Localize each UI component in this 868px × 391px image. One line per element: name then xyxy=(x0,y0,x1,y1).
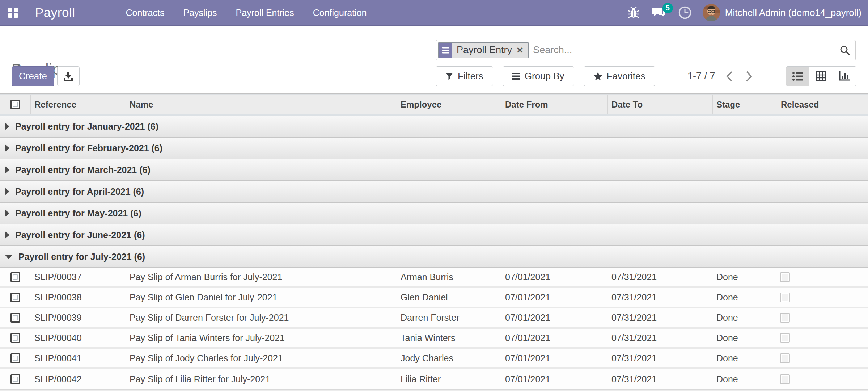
list-bottom-strip xyxy=(0,390,868,391)
menu-item-configuration[interactable]: Configuration xyxy=(304,0,376,25)
cell-released xyxy=(777,288,868,307)
search-input[interactable] xyxy=(529,45,839,56)
row-checkbox[interactable] xyxy=(10,293,20,302)
group-label: Payroll entry for January-2021 (6) xyxy=(15,121,158,132)
group-row[interactable]: Payroll entry for April-2021 (6) xyxy=(0,181,868,203)
group-label: Payroll entry for April-2021 (6) xyxy=(15,186,144,197)
cell-reference: SLIP/00041 xyxy=(31,349,126,367)
apps-menu-icon[interactable] xyxy=(8,7,18,18)
search-icon[interactable] xyxy=(839,45,850,56)
filters-button[interactable]: Filters xyxy=(436,66,493,86)
row-checkbox[interactable] xyxy=(10,272,20,282)
released-checkbox xyxy=(780,293,790,302)
grid-view-icon xyxy=(816,71,826,81)
messages-menu[interactable]: 5 xyxy=(645,0,672,25)
search-facet[interactable]: Payroll Entry ✕ xyxy=(438,42,529,58)
row-checkbox[interactable] xyxy=(10,374,20,384)
cell-reference: SLIP/00038 xyxy=(31,288,126,307)
select-all-checkbox[interactable] xyxy=(10,100,20,109)
group-label: Payroll entry for July-2021 (6) xyxy=(18,252,145,262)
control-panel: Payslips Create xyxy=(0,26,868,93)
column-header-released[interactable]: Released xyxy=(777,95,868,114)
cell-name: Pay Slip of Glen Daniel for July-2021 xyxy=(126,288,397,307)
select-all-cell xyxy=(0,95,31,114)
cell-date-to: 07/31/2021 xyxy=(608,329,713,347)
search-options: Filters Group By Favorites xyxy=(436,66,655,86)
column-header-date-to[interactable]: Date To xyxy=(608,95,713,114)
list-view-icon xyxy=(792,72,803,81)
cell-stage: Done xyxy=(713,369,777,389)
column-header-reference[interactable]: Reference xyxy=(31,95,126,114)
export-button[interactable] xyxy=(57,66,80,86)
cell-released xyxy=(777,308,868,327)
cell-date-from: 07/01/2021 xyxy=(501,369,608,389)
caret-right-icon xyxy=(5,122,9,130)
column-header-employee[interactable]: Employee xyxy=(397,95,501,114)
row-select-cell xyxy=(0,268,31,286)
column-header-stage[interactable]: Stage xyxy=(713,95,777,114)
row-checkbox[interactable] xyxy=(10,313,20,323)
cell-released xyxy=(777,329,868,347)
list-view-button[interactable] xyxy=(786,66,809,86)
table-row[interactable]: SLIP/00039Pay Slip of Darren Forster for… xyxy=(0,308,868,329)
table-row[interactable]: SLIP/00037Pay Slip of Arman Burris for J… xyxy=(0,268,868,288)
avatar xyxy=(703,4,720,21)
cell-employee: Jody Charles xyxy=(397,349,501,367)
user-menu[interactable]: Mitchell Admin (demo14_payroll) xyxy=(698,0,868,25)
search-bar[interactable]: Payroll Entry ✕ xyxy=(436,40,856,60)
grid-view-button[interactable] xyxy=(809,66,833,86)
payslips-list: ReferenceNameEmployeeDate FromDate ToSta… xyxy=(0,93,868,391)
row-checkbox[interactable] xyxy=(10,353,20,363)
cell-name: Pay Slip of Tania Winters for July-2021 xyxy=(126,329,397,347)
caret-right-icon xyxy=(5,231,9,239)
group-row[interactable]: Payroll entry for June-2021 (6) xyxy=(0,224,868,246)
released-checkbox xyxy=(780,353,790,363)
activities-clock-icon[interactable] xyxy=(672,0,698,25)
cell-employee: Lilia Ritter xyxy=(397,369,501,389)
group-label: Payroll entry for June-2021 (6) xyxy=(15,230,145,240)
group-row[interactable]: Payroll entry for February-2021 (6) xyxy=(0,138,868,159)
caret-down-icon xyxy=(5,255,13,259)
chart-view-button[interactable] xyxy=(833,66,856,86)
group-row[interactable]: Payroll entry for January-2021 (6) xyxy=(0,116,868,138)
menu-item-payslips[interactable]: Payslips xyxy=(174,0,226,25)
debug-bug-icon[interactable] xyxy=(622,0,645,25)
column-header-date-from[interactable]: Date From xyxy=(501,95,608,114)
table-row[interactable]: SLIP/00040Pay Slip of Tania Winters for … xyxy=(0,329,868,349)
column-header-name[interactable]: Name xyxy=(126,95,397,114)
app-name[interactable]: Payroll xyxy=(35,5,75,20)
cell-stage: Done xyxy=(713,268,777,286)
group-row[interactable]: Payroll entry for March-2021 (6) xyxy=(0,159,868,181)
facet-groupby-icon xyxy=(439,43,452,58)
cell-date-to: 07/31/2021 xyxy=(608,288,713,307)
favorites-button[interactable]: Favorites xyxy=(584,66,655,86)
cell-reference: SLIP/00040 xyxy=(31,329,126,347)
row-checkbox[interactable] xyxy=(10,333,20,343)
cell-date-to: 07/31/2021 xyxy=(608,268,713,286)
caret-right-icon xyxy=(5,209,9,217)
group-label: Payroll entry for May-2021 (6) xyxy=(15,208,141,219)
row-select-cell xyxy=(0,288,31,307)
messages-badge: 5 xyxy=(662,3,673,13)
released-checkbox xyxy=(780,313,790,323)
table-row[interactable]: SLIP/00042Pay Slip of Lilia Ritter for J… xyxy=(0,369,868,390)
view-switcher xyxy=(786,66,856,86)
group-by-button[interactable]: Group By xyxy=(503,66,574,86)
cell-date-from: 07/01/2021 xyxy=(501,349,608,367)
row-select-cell xyxy=(0,349,31,367)
menu-item-payroll-entries[interactable]: Payroll Entries xyxy=(226,0,304,25)
pager-next-button[interactable] xyxy=(744,69,754,84)
cell-stage: Done xyxy=(713,308,777,327)
table-row[interactable]: SLIP/00038Pay Slip of Glen Daniel for Ju… xyxy=(0,288,868,308)
pager-previous-button[interactable] xyxy=(724,69,735,84)
row-select-cell xyxy=(0,329,31,347)
cell-date-to: 07/31/2021 xyxy=(608,369,713,389)
cell-name: Pay Slip of Jody Charles for July-2021 xyxy=(126,349,397,367)
filter-icon xyxy=(445,72,453,80)
create-button[interactable]: Create xyxy=(12,66,54,86)
group-row[interactable]: Payroll entry for July-2021 (6) xyxy=(0,246,868,268)
table-row[interactable]: SLIP/00041Pay Slip of Jody Charles for J… xyxy=(0,349,868,369)
menu-item-contracts[interactable]: Contracts xyxy=(116,0,174,25)
facet-close-icon[interactable]: ✕ xyxy=(516,46,524,55)
group-row[interactable]: Payroll entry for May-2021 (6) xyxy=(0,203,868,224)
